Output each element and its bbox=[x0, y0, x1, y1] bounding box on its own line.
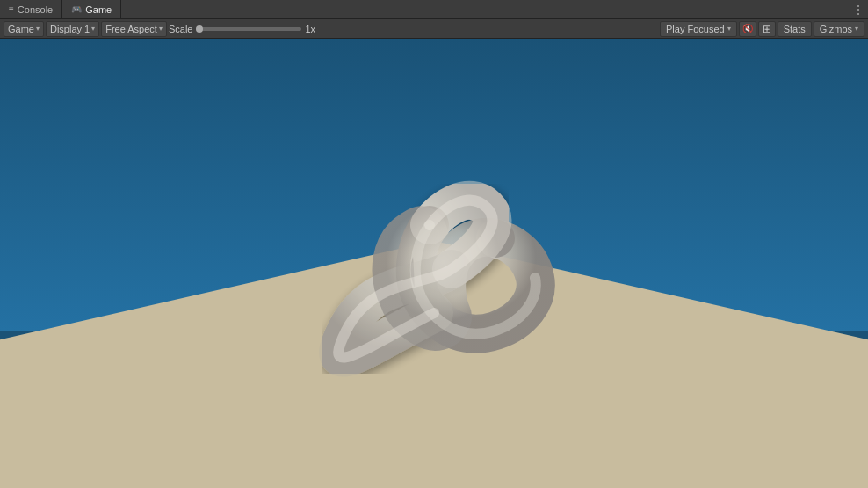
game-display-arrow: ▾ bbox=[36, 25, 40, 33]
aspect-dropdown[interactable]: Free Aspect ▾ bbox=[101, 21, 167, 37]
gizmos-label: Gizmos bbox=[820, 24, 852, 34]
toolbar: Game ▾ Display 1 ▾ Free Aspect ▾ Scale 1… bbox=[0, 19, 868, 39]
mute-button[interactable]: 🔇 bbox=[739, 21, 756, 37]
gizmos-dropdown[interactable]: Gizmos ▾ bbox=[814, 21, 864, 37]
console-icon: ≡ bbox=[9, 4, 14, 14]
toolbar-right: Play Focused ▾ 🔇 ⊞ Stats Gizmos ▾ bbox=[660, 21, 864, 37]
knot-object bbox=[276, 137, 592, 419]
tab-more-button[interactable]: ⋮ bbox=[852, 0, 864, 19]
tab-game-label: Game bbox=[85, 4, 112, 15]
gizmos-arrow: ▾ bbox=[855, 25, 858, 33]
display1-label: Display 1 bbox=[50, 24, 90, 34]
game-display-label: Game bbox=[8, 24, 34, 34]
aspect-label: Free Aspect bbox=[105, 24, 157, 34]
play-focused-label: Play Focused bbox=[666, 24, 725, 34]
tab-game[interactable]: 🎮 Game bbox=[62, 0, 121, 18]
scale-label: Scale bbox=[169, 24, 193, 34]
game-icon: 🎮 bbox=[71, 4, 82, 14]
grid-icon: ⊞ bbox=[763, 23, 771, 35]
play-focused-arrow: ▾ bbox=[727, 25, 731, 33]
tab-console-label: Console bbox=[18, 4, 53, 15]
stats-label: Stats bbox=[784, 24, 806, 34]
display1-dropdown[interactable]: Display 1 ▾ bbox=[46, 21, 99, 37]
scale-value: 1x bbox=[305, 24, 315, 34]
mute-icon: 🔇 bbox=[742, 24, 753, 33]
viewport bbox=[0, 39, 868, 488]
play-focused-dropdown[interactable]: Play Focused ▾ bbox=[660, 21, 737, 37]
scale-container: Scale 1x bbox=[169, 24, 315, 34]
aspect-arrow: ▾ bbox=[159, 25, 163, 33]
scale-thumb[interactable] bbox=[196, 25, 203, 33]
stats-button[interactable]: Stats bbox=[778, 21, 812, 37]
grid-button[interactable]: ⊞ bbox=[758, 21, 776, 37]
game-display-dropdown[interactable]: Game ▾ bbox=[4, 21, 44, 37]
tab-bar: ≡ Console 🎮 Game ⋮ bbox=[0, 0, 868, 19]
tab-console[interactable]: ≡ Console bbox=[0, 0, 62, 18]
display1-arrow: ▾ bbox=[91, 25, 95, 33]
scale-slider[interactable] bbox=[196, 27, 301, 31]
